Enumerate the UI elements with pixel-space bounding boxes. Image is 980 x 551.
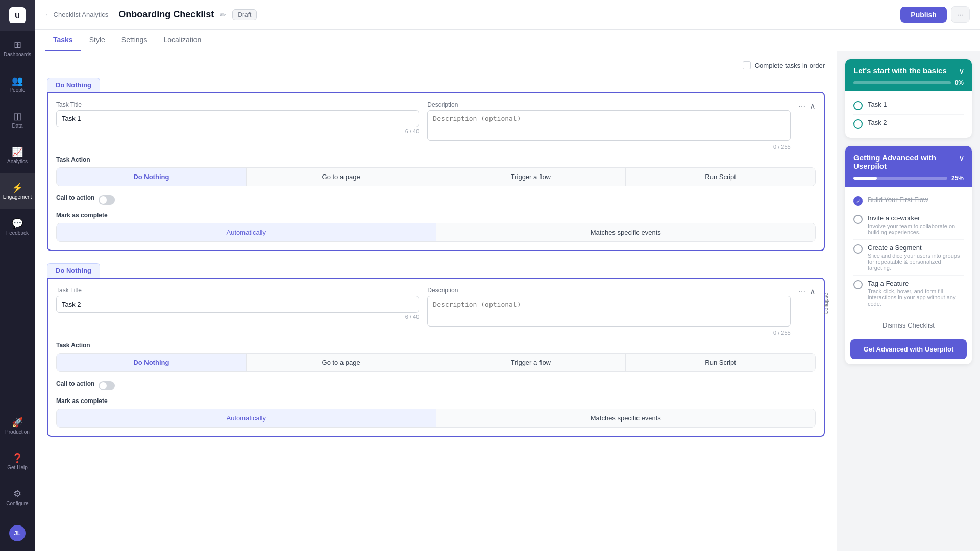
task-collapse-icon-2[interactable]: ∧ <box>810 287 816 296</box>
task-desc-input-2[interactable] <box>427 296 790 327</box>
action-do-nothing-1[interactable]: Do Nothing <box>57 168 247 186</box>
task-title-char-count-1: 6 / 40 <box>56 128 419 134</box>
task-title-char-count-2: 6 / 40 <box>56 314 419 320</box>
more-button[interactable]: ··· <box>951 6 970 23</box>
task-title-input-1[interactable] <box>56 110 419 127</box>
complete-order-checkbox[interactable] <box>743 61 751 69</box>
complete-auto-2[interactable]: Automatically <box>57 409 436 427</box>
complete-events-2[interactable]: Matches specific events <box>436 409 816 427</box>
sidebar-item-people[interactable]: 👥 People <box>0 66 35 102</box>
action-trigger-flow-2[interactable]: Trigger a flow <box>436 354 626 371</box>
checklist-2-item-3-text: Create a Segment <box>868 244 964 252</box>
checklist-2-collapse-arrow[interactable]: ∨ <box>959 153 965 163</box>
cta-row-1: Call to action <box>56 194 816 206</box>
sidebar-item-analytics[interactable]: 📈 Analytics <box>0 138 35 173</box>
sidebar-item-avatar[interactable]: JL <box>0 515 35 551</box>
checklist-1-item-2: Task 2 <box>853 115 964 133</box>
get-help-icon: ❓ <box>12 454 23 463</box>
complete-events-1[interactable]: Matches specific events <box>436 223 816 241</box>
checklist-2-item-3-circle <box>853 244 863 254</box>
task-group-1-label: Do Nothing <box>47 78 100 92</box>
collapse-handle[interactable]: Collapse ≡ <box>823 287 829 314</box>
complete-auto-1[interactable]: Automatically <box>57 223 436 241</box>
sidebar-item-get-help[interactable]: ❓ Get Help <box>0 444 35 480</box>
task-card-2-header: Task Title 6 / 40 Description 0 / 255 ··… <box>56 287 816 336</box>
sidebar-item-data[interactable]: ◫ Data <box>0 102 35 138</box>
checklist-2-item-2-content: Invite a co-worker Involve your team to … <box>868 214 964 235</box>
get-advanced-wrapper: Get Advanced with Userpilot <box>845 334 972 364</box>
action-go-to-page-1[interactable]: Go to a page <box>247 168 436 186</box>
complete-buttons-1: Automatically Matches specific events <box>56 223 816 242</box>
engagement-icon: ⚡ <box>12 183 23 192</box>
task-action-label-1: Task Action <box>56 156 816 163</box>
checklist-2-item-4-subtext: Track click, hover, and form fill intera… <box>868 288 964 307</box>
analytics-icon: 📈 <box>12 147 23 157</box>
tab-settings[interactable]: Settings <box>113 30 156 51</box>
mark-complete-label-2: Mark as complete <box>56 397 816 405</box>
breadcrumb-back[interactable]: ← Checklist Analytics <box>45 11 108 18</box>
dashboards-icon: ⊞ <box>14 40 21 49</box>
action-go-to-page-2[interactable]: Go to a page <box>247 354 436 371</box>
task-group-2: Do Nothing Task Title 6 / 40 Description… <box>47 263 825 437</box>
topbar: ← Checklist Analytics Onboarding Checkli… <box>35 0 980 30</box>
checklist-2-item-1-text: Build Your First Flow <box>868 196 928 204</box>
task-title-label-1: Task Title <box>56 101 419 108</box>
collapse-label: Collapse <box>823 293 829 315</box>
sidebar-bottom: 🚀 Production ❓ Get Help ⚙ Configure JL <box>0 408 35 551</box>
action-do-nothing-2[interactable]: Do Nothing <box>57 354 247 371</box>
cta-label-2: Call to action <box>56 380 94 387</box>
complete-buttons-2: Automatically Matches specific events <box>56 409 816 428</box>
checklist-1-progress-bar <box>853 81 951 84</box>
cta-label-1: Call to action <box>56 194 94 202</box>
task-desc-label-1: Description <box>427 101 790 108</box>
tasks-header: Complete tasks in order Collapse ≡ <box>47 61 825 69</box>
checklist-1-item-1-text: Task 1 <box>868 101 887 108</box>
production-icon: 🚀 <box>12 418 23 427</box>
task-card-1-header: Task Title 6 / 40 Description 0 / 255 ··… <box>56 101 816 150</box>
action-trigger-flow-1[interactable]: Trigger a flow <box>436 168 626 186</box>
right-panel: Let's start with the basics 0% ∨ Task 1 <box>837 51 980 551</box>
task-desc-input-1[interactable] <box>427 110 790 141</box>
checklist-2-progress-bar <box>853 177 947 180</box>
cta-toggle-1[interactable] <box>99 195 115 205</box>
sidebar-item-label: Engagement <box>3 194 32 200</box>
sidebar-item-feedback[interactable]: 💬 Feedback <box>0 209 35 245</box>
main-panel: ← Checklist Analytics Onboarding Checkli… <box>35 0 980 551</box>
cta-toggle-2[interactable] <box>99 381 115 390</box>
checklist-1-item-1-circle <box>853 101 863 110</box>
tab-style[interactable]: Style <box>81 30 113 51</box>
publish-button[interactable]: Publish <box>900 7 947 23</box>
get-advanced-button[interactable]: Get Advanced with Userpilot <box>850 339 967 359</box>
task-more-icon-2[interactable]: ··· <box>799 287 805 296</box>
sidebar-item-configure[interactable]: ⚙ Configure <box>0 480 35 515</box>
task-title-input-2[interactable] <box>56 296 419 313</box>
complete-order-label: Complete tasks in order <box>755 62 825 69</box>
sidebar-item-dashboards[interactable]: ⊞ Dashboards <box>0 31 35 66</box>
checklist-1-item-1: Task 1 <box>853 96 964 115</box>
checklist-2-item-2-circle <box>853 215 863 224</box>
edit-icon[interactable]: ✏ <box>220 11 226 19</box>
task-action-buttons-1: Do Nothing Go to a page Trigger a flow R… <box>56 167 816 186</box>
sidebar-item-engagement[interactable]: ⚡ Engagement <box>0 173 35 209</box>
task-action-label-2: Task Action <box>56 342 816 349</box>
breadcrumb[interactable]: ← Checklist Analytics <box>45 11 108 18</box>
task-more-icon-1[interactable]: ··· <box>799 102 805 111</box>
checklist-2-item-1: ✓ Build Your First Flow <box>853 192 964 210</box>
checklist-1-collapse-arrow[interactable]: ∨ <box>959 66 965 76</box>
collapse-icon: ≡ <box>823 287 829 290</box>
sidebar-item-production[interactable]: 🚀 Production <box>0 408 35 444</box>
checklist-1-progress-row: 0% <box>853 79 964 86</box>
content-area: Complete tasks in order Collapse ≡ Do No… <box>35 51 980 551</box>
task-collapse-icon-1[interactable]: ∧ <box>810 101 816 111</box>
action-run-script-2[interactable]: Run Script <box>626 354 815 371</box>
dismiss-checklist-button[interactable]: Dismiss Checklist <box>845 316 972 334</box>
checklist-2-item-2-text: Invite a co-worker <box>868 214 964 222</box>
task-title-field-2: Task Title 6 / 40 <box>56 287 419 320</box>
action-run-script-1[interactable]: Run Script <box>626 168 815 186</box>
tab-tasks[interactable]: Tasks <box>45 30 81 51</box>
tab-localization[interactable]: Localization <box>155 30 209 51</box>
checklist-card-1: Let's start with the basics 0% ∨ Task 1 <box>845 59 972 138</box>
sidebar-item-label: Production <box>5 429 30 435</box>
task-desc-char-count-1: 0 / 255 <box>427 144 790 150</box>
checklist-1-title: Let's start with the basics <box>853 66 964 75</box>
